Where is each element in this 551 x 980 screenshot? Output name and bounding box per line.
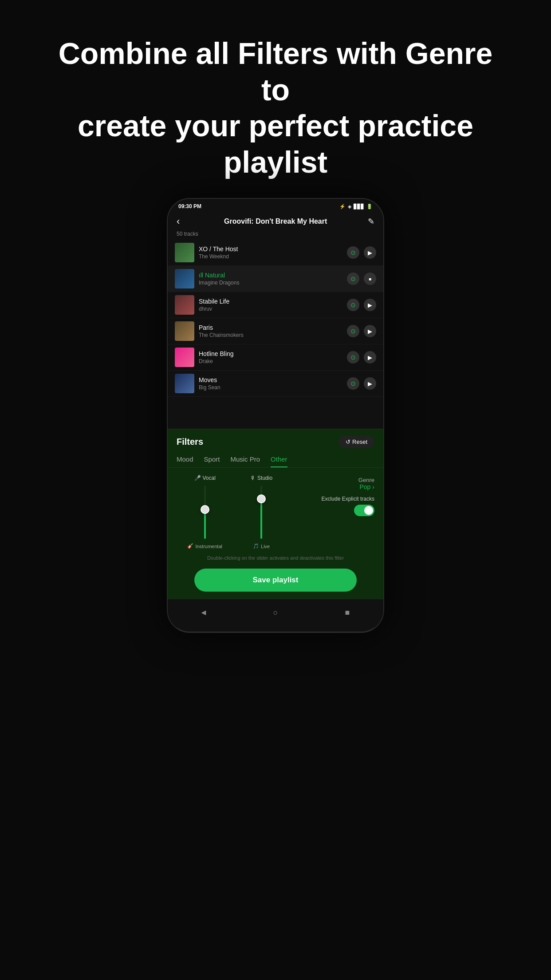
track-artist: Big Sean bbox=[199, 384, 342, 391]
wifi-icon: ◈ bbox=[348, 204, 351, 209]
track-thumbnail bbox=[175, 295, 194, 315]
spotify-button[interactable]: ⊙ bbox=[347, 273, 359, 285]
chevron-right-icon: › bbox=[372, 483, 374, 490]
tab-mood[interactable]: Mood bbox=[177, 452, 193, 467]
track-count: 50 tracks bbox=[168, 230, 383, 240]
filters-section: Filters ↺ Reset Mood Sport Music Pro Oth… bbox=[168, 429, 383, 628]
play-button[interactable]: ▶ bbox=[364, 325, 376, 337]
track-name: Moves bbox=[199, 376, 342, 383]
genre-text: Pop bbox=[359, 483, 370, 490]
status-notch bbox=[264, 204, 277, 209]
back-button[interactable]: ‹ bbox=[177, 216, 180, 227]
studio-slider-thumb[interactable] bbox=[257, 494, 266, 503]
genre-value[interactable]: Pop › bbox=[359, 483, 374, 490]
track-info: ıll Natural Imagine Dragons bbox=[199, 272, 342, 286]
nav-home-button[interactable]: ○ bbox=[268, 605, 283, 620]
spotify-button[interactable]: ⊙ bbox=[347, 299, 359, 311]
explicit-toggle[interactable] bbox=[354, 505, 374, 516]
edit-icon[interactable]: ✎ bbox=[368, 217, 374, 226]
track-item[interactable]: Stabile Life dhruv ⊙ ▶ bbox=[168, 292, 383, 318]
phone-shell: 09:30 PM ⚡ ◈ ▊▊▊ 🔋 ‹ Groovifi: Don't Bre… bbox=[167, 198, 384, 633]
track-actions: ⊙ ▶ bbox=[347, 325, 376, 337]
track-thumbnail bbox=[175, 348, 194, 367]
play-button[interactable]: ▶ bbox=[364, 351, 376, 364]
track-artist: dhruv bbox=[199, 306, 342, 312]
filters-title: Filters bbox=[177, 437, 203, 447]
filters-header: Filters ↺ Reset bbox=[168, 429, 383, 452]
track-item[interactable]: XO / The Host The Weeknd ⊙ ▶ bbox=[168, 240, 383, 266]
play-button[interactable]: ▶ bbox=[364, 377, 376, 390]
track-item[interactable]: Hotline Bling Drake ⊙ ▶ bbox=[168, 344, 383, 371]
track-artist: The Weeknd bbox=[199, 253, 342, 260]
spotify-button[interactable]: ⊙ bbox=[347, 351, 359, 364]
guitar-icon: 🎸 bbox=[187, 543, 193, 549]
signal-icon: ▊▊▊ bbox=[354, 204, 364, 209]
vocal-label-top: 🎤 Vocal bbox=[194, 475, 216, 481]
track-name: Stabile Life bbox=[199, 298, 342, 305]
header-title: Combine all Filters with Genre to create… bbox=[44, 36, 507, 180]
sliders-area: 🎤 Vocal 🎸 Instrumental 🎙 bbox=[168, 468, 383, 553]
track-info: XO / The Host The Weeknd bbox=[199, 245, 342, 260]
page-header: Combine all Filters with Genre to create… bbox=[0, 0, 551, 198]
track-name: Hotline Bling bbox=[199, 350, 342, 357]
genre-label: Genre bbox=[358, 477, 374, 483]
vocal-label-bottom: 🎸 Instrumental bbox=[187, 543, 222, 549]
live-icon: 🎵 bbox=[253, 543, 259, 549]
track-info: Hotline Bling Drake bbox=[199, 350, 342, 364]
status-time: 09:30 PM bbox=[178, 203, 201, 209]
track-thumbnail bbox=[175, 243, 194, 262]
track-item[interactable]: Moves Big Sean ⊙ ▶ bbox=[168, 371, 383, 397]
track-name: XO / The Host bbox=[199, 245, 342, 253]
tab-music-pro[interactable]: Music Pro bbox=[230, 452, 260, 467]
track-name: Paris bbox=[199, 324, 342, 331]
stop-button[interactable]: ■ bbox=[364, 273, 376, 285]
hint-text: Double-clicking on the slider activates … bbox=[168, 553, 383, 565]
explicit-row: Exclude Explicit tracks bbox=[322, 496, 374, 516]
track-actions: ⊙ ▶ bbox=[347, 351, 376, 364]
save-playlist-button[interactable]: Save playlist bbox=[194, 569, 357, 592]
reset-button[interactable]: ↺ Reset bbox=[338, 435, 374, 448]
tab-sport[interactable]: Sport bbox=[204, 452, 220, 467]
track-info: Stabile Life dhruv bbox=[199, 298, 342, 312]
nav-recents-button[interactable]: ■ bbox=[339, 605, 355, 620]
vocal-slider-thumb[interactable] bbox=[201, 505, 209, 514]
track-item[interactable]: Paris The Chainsmokers ⊙ ▶ bbox=[168, 318, 383, 344]
track-name: ıll Natural bbox=[199, 272, 342, 279]
vocal-label: Vocal bbox=[203, 475, 216, 481]
battery-icon: 🔋 bbox=[366, 204, 373, 209]
app-content: ‹ Groovifi: Don't Break My Heart ✎ 50 tr… bbox=[168, 212, 383, 628]
microphone-icon: 🎤 bbox=[194, 475, 201, 481]
nav-bar: ◄ ○ ■ bbox=[168, 599, 383, 628]
nav-back-button[interactable]: ◄ bbox=[196, 605, 212, 620]
spotify-button[interactable]: ⊙ bbox=[347, 377, 359, 390]
track-artist: The Chainsmokers bbox=[199, 332, 342, 338]
status-icons: ⚡ ◈ ▊▊▊ 🔋 bbox=[339, 204, 373, 209]
vocal-slider-col: 🎤 Vocal 🎸 Instrumental bbox=[177, 475, 233, 549]
instrumental-label: Instrumental bbox=[195, 544, 222, 549]
studio-slider-track[interactable] bbox=[260, 486, 262, 539]
filter-tabs: Mood Sport Music Pro Other bbox=[168, 452, 383, 468]
track-thumbnail bbox=[175, 269, 194, 288]
vocal-slider-track[interactable] bbox=[204, 486, 206, 539]
track-item[interactable]: ıll Natural Imagine Dragons ⊙ ■ bbox=[168, 266, 383, 292]
play-button[interactable]: ▶ bbox=[364, 246, 376, 259]
status-bar: 09:30 PM ⚡ ◈ ▊▊▊ 🔋 bbox=[168, 199, 383, 212]
filter-right: Genre Pop › Exclude Explicit tracks bbox=[290, 475, 374, 549]
spotify-button[interactable]: ⊙ bbox=[347, 246, 359, 259]
play-button[interactable]: ▶ bbox=[364, 299, 376, 311]
studio-slider-col: 🎙 Studio 🎵 Live bbox=[233, 475, 289, 549]
studio-label: Studio bbox=[257, 475, 272, 481]
genre-row: Genre Pop › bbox=[358, 477, 374, 490]
track-actions: ⊙ ▶ bbox=[347, 299, 376, 311]
top-bar: ‹ Groovifi: Don't Break My Heart ✎ bbox=[168, 212, 383, 230]
spotify-button[interactable]: ⊙ bbox=[347, 325, 359, 337]
studio-icon: 🎙 bbox=[250, 475, 256, 481]
tab-other[interactable]: Other bbox=[271, 452, 287, 467]
studio-slider-fill bbox=[260, 499, 262, 539]
bluetooth-icon: ⚡ bbox=[339, 204, 346, 209]
track-actions: ⊙ ■ bbox=[347, 273, 376, 285]
track-thumbnail bbox=[175, 374, 194, 393]
explicit-label: Exclude Explicit tracks bbox=[322, 496, 374, 502]
studio-label-top: 🎙 Studio bbox=[250, 475, 272, 481]
track-info: Paris The Chainsmokers bbox=[199, 324, 342, 338]
